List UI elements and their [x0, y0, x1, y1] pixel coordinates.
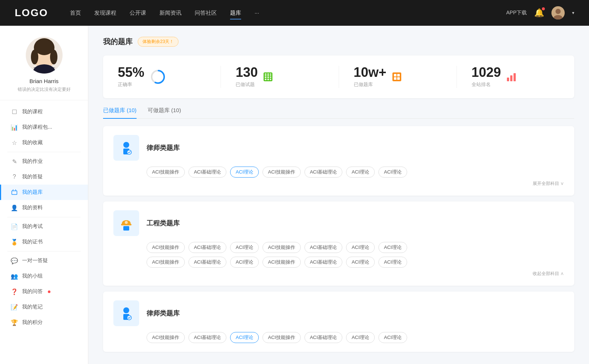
- bank-card-engineer: 工程类题库 ACI技能操作 ACI基础理论 ACI理论 ACI技能操作 ACI基…: [103, 201, 574, 286]
- bank-tag[interactable]: ACI技能操作: [262, 242, 301, 253]
- bank-tag[interactable]: ACI技能操作: [262, 167, 301, 178]
- bank-title-3: 律师类题库: [147, 309, 180, 318]
- cert-icon: 🏅: [11, 239, 18, 245]
- sidebar-menu: ☐ 我的课程 📊 我的课程包... ☆ 我的收藏 ✎ 我的作业 ? 我的: [0, 104, 88, 334]
- sidebar-label-1on1: 一对一答疑: [22, 257, 48, 264]
- page-title: 我的题库: [103, 37, 133, 47]
- bank-tags-3: ACI技能操作 ACI基础理论 ACI理论 ACI技能操作 ACI基础理论 AC…: [147, 332, 564, 343]
- svg-rect-17: [121, 224, 131, 225]
- tab-done[interactable]: 已做题库 (10): [103, 107, 137, 118]
- bank-tag[interactable]: ACI理论: [378, 242, 407, 253]
- nav-open[interactable]: 公开课: [130, 8, 146, 18]
- bank-tag[interactable]: ACI基础理论: [304, 257, 343, 268]
- sidebar-label-points: 我的积分: [22, 319, 43, 326]
- stat-questions-label: 已做试题: [236, 81, 258, 88]
- profile-avatar[interactable]: [26, 37, 63, 74]
- tab-available[interactable]: 可做题库 (10): [148, 107, 181, 118]
- sidebar-label-packages: 我的课程包...: [22, 124, 52, 131]
- nav-news[interactable]: 新闻资讯: [159, 8, 181, 18]
- sidebar-divider-1: [7, 152, 81, 152]
- bank-tag[interactable]: ACI理论: [378, 257, 407, 268]
- bank-tag-active[interactable]: ACI理论: [230, 167, 259, 178]
- bank-title-1: 律师类题库: [147, 143, 180, 152]
- nav-right: APP下载 🔔 ▾: [506, 6, 574, 19]
- sidebar-item-questions[interactable]: ? 我的答疑: [0, 169, 88, 185]
- stat-accuracy-number: 55%: [118, 66, 144, 79]
- sidebar-item-profile[interactable]: 👤 我的资料: [0, 200, 88, 215]
- bank-tag[interactable]: ACI技能操作: [147, 332, 185, 343]
- bank-tag[interactable]: ACI技能操作: [147, 257, 185, 268]
- bank-tag[interactable]: ACI理论: [346, 167, 375, 178]
- bank-tags-1: ACI技能操作 ACI基础理论 ACI理论 ACI技能操作 ACI基础理论 AC…: [147, 167, 564, 178]
- svg-rect-11: [12, 191, 17, 195]
- sidebar-label-questions: 我的答疑: [22, 174, 43, 180]
- avatar[interactable]: [551, 6, 565, 19]
- stat-accuracy: 55% 正确率: [118, 66, 221, 88]
- bank-tag[interactable]: ACI基础理论: [304, 332, 343, 343]
- bank-tags-2-row1: ACI技能操作 ACI基础理论 ACI理论 ACI技能操作 ACI基础理论 AC…: [147, 242, 564, 253]
- chart-icon: 📊: [11, 124, 18, 131]
- sidebar-item-courses[interactable]: ☐ 我的课程: [0, 104, 88, 119]
- bank-tag[interactable]: ACI技能操作: [147, 167, 185, 178]
- bank-tag[interactable]: ACI基础理论: [188, 332, 227, 343]
- bank-tag[interactable]: ACI技能操作: [147, 242, 185, 253]
- nav-home[interactable]: 首页: [70, 8, 81, 18]
- trial-badge: 体验剩余23天！: [138, 37, 179, 47]
- stat-questions: 130 已做试题: [236, 66, 339, 88]
- logo[interactable]: LOGO: [15, 7, 48, 19]
- sidebar-item-1on1[interactable]: 💬 一对一答疑: [0, 253, 88, 268]
- bank-tag[interactable]: ACI理论: [378, 167, 407, 178]
- bank-tag[interactable]: ACI理论: [346, 332, 375, 343]
- sidebar-item-bank[interactable]: 我的题库: [0, 185, 88, 200]
- bank-expand-2[interactable]: 收起全部科目 ∧: [113, 271, 564, 277]
- accuracy-circle-icon: [150, 69, 166, 85]
- bank-icon: [11, 189, 18, 196]
- bank-tag[interactable]: ACI理论: [378, 332, 407, 343]
- points-icon: 🏆: [11, 319, 18, 326]
- bank-tag[interactable]: ACI基础理论: [188, 257, 227, 268]
- stat-rank-label: 全站排名: [472, 81, 501, 88]
- app-download-button[interactable]: APP下载: [506, 10, 527, 16]
- sidebar-item-favorites[interactable]: ☆ 我的收藏: [0, 135, 88, 150]
- bank-card-header-3: 律师类题库: [113, 300, 564, 326]
- sidebar-item-packages[interactable]: 📊 我的课程包...: [0, 119, 88, 135]
- avatar-dropdown-icon[interactable]: ▾: [572, 10, 574, 15]
- ask-icon: ❓: [11, 288, 18, 295]
- sidebar-divider-2: [7, 217, 81, 217]
- nav-bank[interactable]: 题库: [230, 8, 241, 18]
- bank-tag[interactable]: ACI理论: [230, 257, 259, 268]
- sidebar: Brian Harris 错误的决定比没有决定要好 ☐ 我的课程 📊 我的课程包…: [0, 26, 88, 364]
- bank-tag[interactable]: ACI理论: [230, 242, 259, 253]
- bank-expand-1[interactable]: 展开全部科目 ∨: [113, 181, 564, 187]
- sidebar-label-courses: 我的课程: [22, 108, 43, 115]
- bank-tag[interactable]: ACI技能操作: [262, 257, 301, 268]
- sidebar-item-cert[interactable]: 🏅 我的证书: [0, 234, 88, 250]
- sidebar-item-exam[interactable]: 📄 我的考试: [0, 219, 88, 234]
- sidebar-label-exam: 我的考试: [22, 223, 43, 230]
- bank-tag[interactable]: ACI理论: [346, 242, 375, 253]
- bank-tag[interactable]: ACI基础理论: [188, 167, 227, 178]
- bank-card-header-2: 工程类题库: [113, 210, 564, 236]
- sidebar-item-homework[interactable]: ✎ 我的作业: [0, 154, 88, 169]
- bank-tag[interactable]: ACI技能操作: [262, 332, 301, 343]
- page-header: 我的题库 体验剩余23天！: [103, 37, 574, 47]
- bank-tag[interactable]: ACI基础理论: [188, 242, 227, 253]
- nav-more[interactable]: ···: [254, 8, 259, 18]
- question-icon: ?: [11, 174, 18, 180]
- bank-tag[interactable]: ACI基础理论: [304, 167, 343, 178]
- sidebar-item-group[interactable]: 👥 我的小组: [0, 268, 88, 284]
- nav-discover[interactable]: 发现课程: [94, 8, 116, 18]
- bank-tag[interactable]: ACI理论: [346, 257, 375, 268]
- sidebar-item-myqa[interactable]: ❓ 我的问答: [0, 284, 88, 299]
- sidebar-item-points[interactable]: 🏆 我的积分: [0, 315, 88, 330]
- sidebar-item-notes[interactable]: 📝 我的笔记: [0, 299, 88, 315]
- notification-bell[interactable]: 🔔: [534, 8, 544, 18]
- bank-tag-active[interactable]: ACI理论: [230, 332, 259, 343]
- sidebar-label-myqa: 我的问答: [22, 288, 43, 295]
- edit-icon: ✎: [11, 158, 18, 165]
- nav-qa[interactable]: 问答社区: [195, 8, 217, 18]
- stat-rank-number: 1029: [472, 66, 501, 79]
- engineer-icon: [113, 210, 139, 236]
- bank-tag[interactable]: ACI基础理论: [304, 242, 343, 253]
- sidebar-divider-3: [7, 251, 81, 251]
